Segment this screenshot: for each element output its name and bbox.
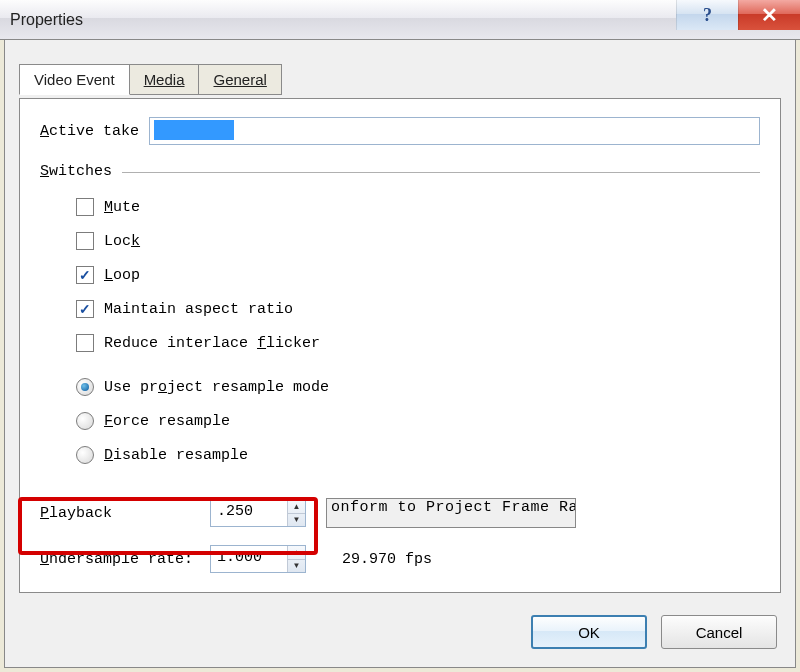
use-project-resample-radio[interactable] [76,378,94,396]
loop-checkbox[interactable] [76,266,94,284]
lock-label: Lock [104,233,140,250]
undersample-value[interactable]: 1.000 [211,546,287,572]
spinner-down[interactable]: ▼ [288,560,305,573]
tab-label: General [213,71,266,88]
playback-label: Playback [40,505,200,522]
divider [122,172,760,173]
spinner-up[interactable]: ▲ [288,546,305,560]
playback-value[interactable]: .250 [211,500,287,526]
tab-general[interactable]: General [198,64,281,95]
tab-label: Video Event [34,71,115,88]
undersample-spinner[interactable]: 1.000 ▲ ▼ [210,545,306,573]
loop-label: Loop [104,267,140,284]
playback-spinner[interactable]: .250 ▲ ▼ [210,499,306,527]
window-title: Properties [10,11,83,29]
active-take-label: Active take [40,123,139,140]
fps-readout: 29.970 fps [342,551,432,568]
spinner-up[interactable]: ▲ [288,500,305,514]
tab-media[interactable]: Media [129,64,200,95]
tab-strip: Video Event Media General [19,64,281,95]
tab-video-event[interactable]: Video Event [19,64,130,95]
conform-button[interactable]: onform to Project Frame Rat [326,498,576,528]
ok-button[interactable]: OK [531,615,647,649]
reduce-flicker-checkbox[interactable] [76,334,94,352]
force-resample-label: Force resample [104,413,230,430]
force-resample-radio[interactable] [76,412,94,430]
reduce-flicker-label: Reduce interlace flicker [104,335,320,352]
close-button[interactable]: ✕ [738,0,800,30]
lock-checkbox[interactable] [76,232,94,250]
undersample-label: Undersample rate: [40,551,200,568]
maintain-aspect-checkbox[interactable] [76,300,94,318]
title-bar: Properties ? ✕ [0,0,800,40]
disable-resample-radio[interactable] [76,446,94,464]
spinner-down[interactable]: ▼ [288,514,305,527]
tab-page-video-event: Active take Switches Mute Lock Loop [19,98,781,593]
button-bar: OK Cancel [531,615,777,649]
cancel-button[interactable]: Cancel [661,615,777,649]
maintain-aspect-label: Maintain aspect ratio [104,301,293,318]
mute-label: Mute [104,199,140,216]
switches-label: Switches [40,163,112,180]
use-project-resample-label: Use project resample mode [104,379,329,396]
mute-checkbox[interactable] [76,198,94,216]
tab-label: Media [144,71,185,88]
dialog-client: Video Event Media General Active take Sw… [4,40,796,668]
active-take-selection [154,120,234,140]
disable-resample-label: Disable resample [104,447,248,464]
active-take-input[interactable] [149,117,760,145]
help-button[interactable]: ? [676,0,738,30]
